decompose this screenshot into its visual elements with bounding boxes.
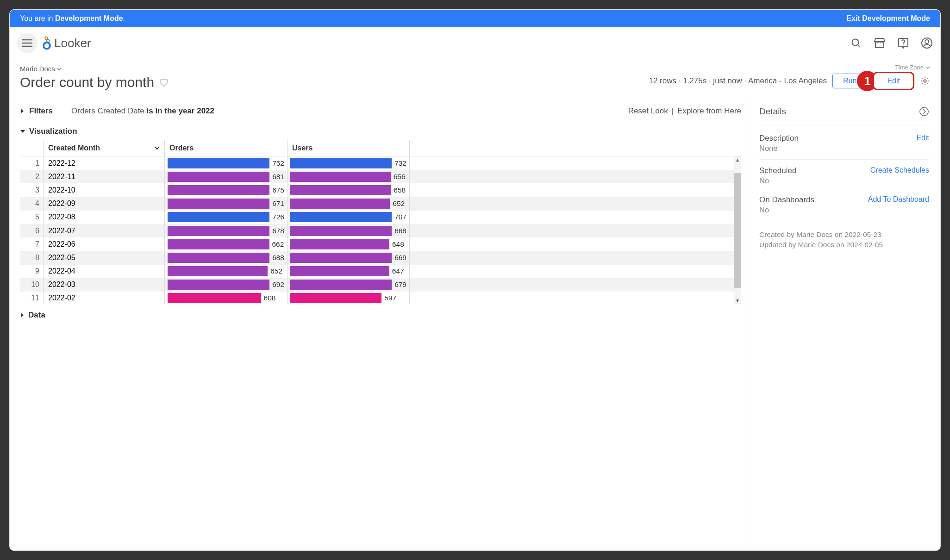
create-schedules-link[interactable]: Create Schedules — [870, 166, 929, 174]
filters-label[interactable]: Filters — [29, 106, 53, 116]
description-label: Description — [759, 134, 799, 143]
bar-value: 652 — [393, 199, 405, 208]
users-bar-cell: 647 — [287, 265, 410, 278]
bar — [290, 226, 392, 236]
brand-text: Looker — [54, 36, 91, 50]
filter-description: Orders Created Date is in the year 2022 — [71, 106, 214, 116]
column-header-users[interactable]: Users — [287, 140, 410, 156]
favorite-icon[interactable] — [159, 78, 169, 87]
exit-dev-mode-link[interactable]: Exit Development Mode — [847, 14, 930, 23]
chevron-down-icon — [57, 67, 62, 71]
content-area: Filters Orders Created Date is in the ye… — [10, 97, 940, 550]
row-index: 2 — [20, 170, 43, 183]
account-icon[interactable] — [921, 37, 933, 49]
bar — [290, 266, 389, 276]
bar-value: 692 — [272, 280, 284, 289]
users-bar-cell: 669 — [287, 251, 410, 264]
bar — [168, 172, 269, 182]
add-to-dashboard-link[interactable]: Add To Dashboard — [868, 195, 929, 204]
bar — [168, 293, 261, 303]
bar — [168, 212, 269, 222]
users-bar-cell: 668 — [287, 224, 410, 237]
scheduled-value: No — [759, 176, 796, 185]
column-header-month[interactable]: Created Month — [43, 140, 164, 156]
bar — [168, 185, 269, 195]
table-row: 62022-07678668 — [20, 224, 741, 237]
row-index: 6 — [20, 224, 43, 237]
edit-button[interactable]: Edit — [873, 72, 914, 90]
scroll-thumb[interactable] — [734, 173, 741, 288]
orders-bar-cell: 608 — [164, 292, 287, 304]
svg-point-5 — [903, 44, 904, 45]
table-row: 72022-06662648 — [20, 237, 741, 251]
scroll-up-arrow-icon[interactable]: ▲ — [734, 156, 741, 163]
bar-value: 707 — [394, 213, 406, 221]
settings-icon[interactable] — [920, 76, 930, 86]
column-header-orders[interactable]: Orders — [164, 140, 287, 156]
users-bar-cell: 597 — [287, 292, 410, 304]
page-header: Marie Docs Order count by month Time Zon… — [10, 59, 940, 97]
scroll-down-arrow-icon[interactable]: ▼ — [734, 297, 741, 304]
orders-bar-cell: 688 — [164, 251, 287, 264]
chevron-down-icon[interactable] — [154, 146, 160, 150]
help-icon[interactable] — [898, 37, 909, 49]
bar — [290, 185, 391, 195]
visualization-section-header[interactable]: Visualization — [20, 127, 741, 136]
svg-point-0 — [45, 37, 48, 40]
bar-value: 675 — [272, 186, 284, 194]
edit-description-link[interactable]: Edit — [916, 134, 929, 142]
main-menu-button[interactable] — [17, 33, 38, 53]
bar-value: 652 — [270, 267, 282, 275]
row-index: 7 — [20, 237, 43, 251]
users-bar-cell: 656 — [287, 170, 410, 183]
svg-point-3 — [852, 39, 859, 46]
orders-bar-cell: 692 — [164, 278, 287, 292]
table-row: 92022-04652647 — [20, 265, 741, 278]
month-cell: 2022-07 — [43, 224, 164, 237]
svg-point-8 — [924, 80, 926, 82]
orders-bar-cell: 752 — [164, 156, 287, 170]
bar-value: 671 — [272, 199, 284, 208]
orders-bar-cell: 726 — [164, 211, 287, 224]
data-section-header[interactable]: Data — [20, 311, 741, 320]
bar-value: 681 — [272, 173, 284, 181]
bar — [290, 253, 392, 263]
bar-value: 752 — [272, 159, 284, 168]
bar — [168, 199, 269, 209]
reset-look-link[interactable]: Reset Look — [628, 106, 668, 116]
dev-mode-banner: You are in Development Mode. Exit Develo… — [10, 10, 940, 27]
bar-value: 662 — [272, 240, 284, 249]
month-cell: 2022-10 — [43, 183, 164, 197]
orders-bar-cell: 652 — [164, 265, 287, 278]
explore-from-here-link[interactable]: Explore from Here — [677, 106, 741, 116]
hamburger-icon — [22, 39, 32, 47]
users-bar-cell: 679 — [287, 278, 410, 292]
svg-point-2 — [44, 43, 50, 49]
arrow-circle-right-icon[interactable] — [919, 106, 929, 117]
caret-right-icon — [20, 312, 25, 318]
table-row: 22022-11681656 — [20, 170, 741, 183]
timezone-dropdown[interactable]: Time Zone — [895, 64, 930, 71]
users-bar-cell: 658 — [287, 183, 410, 197]
bar — [168, 239, 269, 249]
users-bar-cell: 652 — [287, 197, 410, 211]
bar — [290, 172, 391, 182]
scrollbar[interactable]: ▲ ▼ — [734, 156, 741, 304]
bar-value: 668 — [394, 227, 406, 235]
updated-by-text: Updated by Marie Docs on 2024-02-05 — [759, 240, 929, 250]
table-row: 12022-12752732 — [20, 156, 741, 170]
bar-value: 647 — [392, 267, 404, 275]
brand: Looker — [42, 36, 91, 50]
search-icon[interactable] — [850, 37, 862, 49]
users-bar-cell: 648 — [287, 237, 410, 251]
users-bar-cell: 732 — [287, 156, 410, 170]
month-cell: 2022-08 — [43, 211, 164, 224]
caret-right-icon[interactable] — [20, 108, 25, 114]
marketplace-icon[interactable] — [874, 37, 886, 49]
svg-point-7 — [925, 40, 929, 44]
created-by-text: Created by Marie Docs on 2022-05-23 — [759, 230, 929, 240]
bar-value: 669 — [394, 254, 406, 262]
breadcrumb[interactable]: Marie Docs — [20, 65, 643, 73]
month-cell: 2022-05 — [43, 251, 164, 264]
orders-bar-cell: 681 — [164, 170, 287, 183]
